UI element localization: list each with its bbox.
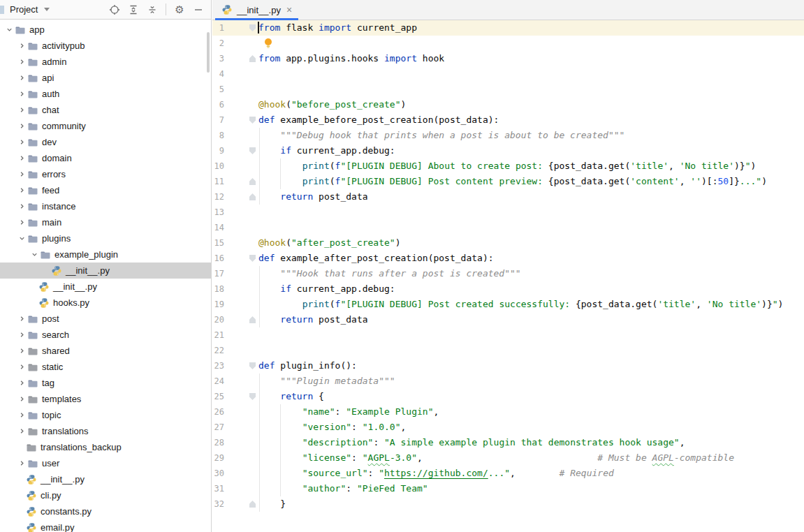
tree-item-post[interactable]: post (0, 311, 211, 327)
tree-item-templates[interactable]: templates (0, 391, 211, 407)
editor-tab-label: __init__.py (237, 5, 281, 15)
tree-item--init-py[interactable]: __init__.py (0, 263, 211, 279)
chevron-expanded-icon[interactable] (29, 250, 39, 260)
chevron-expanded-icon[interactable] (17, 234, 27, 244)
chevron-collapsed-icon[interactable] (17, 394, 27, 404)
tree-item-label: auth (42, 89, 59, 99)
collapse-all-icon[interactable] (147, 4, 158, 15)
tree-item-dev[interactable]: dev (0, 134, 211, 150)
chevron-collapsed-icon[interactable] (17, 89, 27, 99)
tree-item-plugins[interactable]: plugins (0, 230, 211, 246)
tree-item-chat[interactable]: chat (0, 102, 211, 118)
tree-item-auth[interactable]: auth (0, 86, 211, 102)
settings-gear-icon[interactable]: ⚙ (174, 4, 185, 15)
fold-marker-up[interactable] (249, 316, 256, 323)
fold-marker-down[interactable] (249, 24, 256, 31)
fold-marker-down[interactable] (249, 393, 256, 400)
tree-item-email-py[interactable]: email.py (0, 519, 211, 532)
code-text: """Hook that runs after a post is create… (258, 266, 521, 281)
chevron-collapsed-icon[interactable] (17, 218, 27, 228)
text-caret (258, 22, 259, 34)
folder-icon (27, 185, 38, 196)
tree-item-label: cli.py (41, 490, 61, 501)
editor-tab-bar: __init__.py × (212, 0, 804, 20)
tree-item-tag[interactable]: tag (0, 375, 211, 391)
python-file-icon (26, 474, 37, 485)
tree-item-admin[interactable]: admin (0, 54, 211, 70)
tree-item-domain[interactable]: domain (0, 150, 211, 166)
editor-tab-init-py[interactable]: __init__.py × (215, 0, 298, 20)
chevron-collapsed-icon[interactable] (17, 314, 27, 324)
tree-item-activitypub[interactable]: activitypub (0, 38, 211, 54)
code-line-31: 31 "author": "PieFed Team" (212, 481, 804, 496)
tree-item-label: constants.py (41, 506, 92, 517)
chevron-collapsed-icon[interactable] (17, 411, 27, 420)
tree-item--init-py[interactable]: __init__.py (0, 279, 211, 295)
fold-marker-down[interactable] (249, 117, 256, 124)
tree-item-feed[interactable]: feed (0, 182, 211, 198)
chevron-collapsed-icon[interactable] (17, 105, 27, 115)
hide-panel-icon[interactable] (193, 4, 204, 15)
folder-icon (27, 378, 38, 389)
fold-marker-down[interactable] (249, 255, 256, 262)
expand-all-icon[interactable] (128, 4, 139, 15)
chevron-collapsed-icon[interactable] (17, 202, 27, 212)
fold-marker-up[interactable] (249, 178, 256, 185)
chevron-collapsed-icon[interactable] (17, 170, 27, 179)
fold-marker-up[interactable] (249, 193, 256, 200)
python-file-icon (51, 265, 62, 276)
project-tree: appactivitypubadminapiauthchatcommunityd… (0, 22, 211, 532)
chevron-collapsed-icon[interactable] (17, 378, 27, 388)
tree-item-constants-py[interactable]: constants.py (0, 503, 211, 519)
chevron-collapsed-icon[interactable] (17, 138, 27, 147)
tree-item-cli-py[interactable]: cli.py (0, 487, 211, 503)
tree-item-instance[interactable]: instance (0, 198, 211, 214)
tree-item-community[interactable]: community (0, 118, 211, 134)
tree-item-static[interactable]: static (0, 359, 211, 375)
project-view-selector[interactable]: Project (10, 4, 50, 15)
chevron-collapsed-icon[interactable] (17, 346, 27, 356)
tree-item-example-plugin[interactable]: example_plugin (0, 246, 211, 263)
chevron-collapsed-icon[interactable] (17, 121, 27, 131)
tree-item-errors[interactable]: errors (0, 166, 211, 182)
tree-item-label: search (42, 330, 69, 340)
chevron-collapsed-icon[interactable] (17, 427, 27, 436)
tree-item-api[interactable]: api (0, 70, 211, 86)
close-tab-icon[interactable]: × (286, 5, 292, 15)
chevron-collapsed-icon[interactable] (17, 41, 27, 51)
tree-item-topic[interactable]: topic (0, 407, 211, 423)
tree-item-shared[interactable]: shared (0, 343, 211, 359)
tree-item--init-py[interactable]: __init__.py (0, 471, 211, 487)
tree-item-user[interactable]: user (0, 455, 211, 471)
tree-item-translations-backup[interactable]: translations_backup (0, 439, 211, 455)
tree-item-main[interactable]: main (0, 214, 211, 230)
tree-item-label: email.py (41, 522, 74, 532)
line-number: 8 (212, 128, 224, 143)
chevron-collapsed-icon[interactable] (17, 459, 27, 468)
tool-window-stripe-icon (0, 6, 4, 14)
tree-item-label: topic (42, 410, 61, 420)
fold-marker-down[interactable] (249, 362, 256, 369)
tree-item-search[interactable]: search (0, 327, 211, 343)
fold-marker-up[interactable] (249, 55, 256, 62)
fold-marker-down[interactable] (249, 147, 256, 154)
intention-bulb-icon[interactable] (263, 38, 273, 54)
code-text: if current_app.debug: (258, 143, 395, 158)
line-number: 22 (212, 343, 224, 358)
tree-item-app[interactable]: app (0, 22, 211, 38)
tree-item-label: activitypub (42, 40, 85, 51)
chevron-expanded-icon[interactable] (4, 25, 14, 35)
chevron-collapsed-icon[interactable] (17, 154, 27, 163)
tree-scrollbar-thumb[interactable] (207, 32, 210, 73)
locate-file-icon[interactable] (109, 4, 120, 15)
code-editor[interactable]: 1from flask import current_app23from app… (212, 20, 804, 532)
chevron-collapsed-icon[interactable] (17, 186, 27, 195)
chevron-collapsed-icon[interactable] (17, 73, 27, 83)
tree-item-translations[interactable]: translations (0, 423, 211, 439)
chevron-collapsed-icon[interactable] (17, 57, 27, 67)
chevron-collapsed-icon[interactable] (17, 362, 27, 372)
chevron-collapsed-icon[interactable] (17, 330, 27, 340)
fold-marker-up[interactable] (249, 501, 256, 508)
line-number: 21 (212, 327, 224, 343)
tree-item-hooks-py[interactable]: hooks.py (0, 295, 211, 311)
